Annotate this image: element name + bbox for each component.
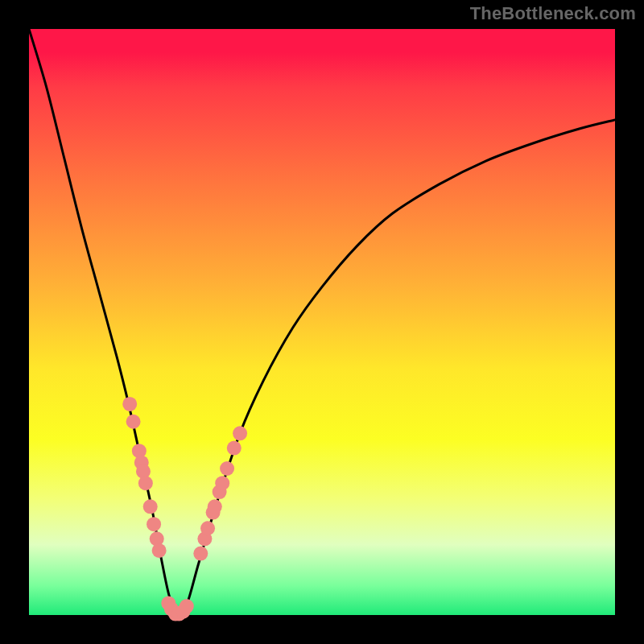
plot-gradient-background	[29, 29, 615, 615]
chart-canvas: TheBottleneck.com	[0, 0, 644, 644]
watermark-text: TheBottleneck.com	[470, 3, 636, 24]
